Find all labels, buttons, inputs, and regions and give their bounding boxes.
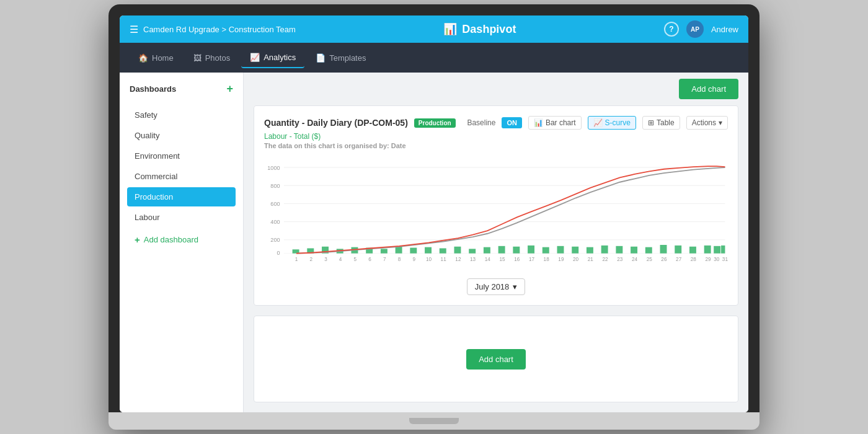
- svg-rect-70: [689, 247, 696, 254]
- svg-rect-52: [425, 247, 432, 254]
- sidebar-item-environment[interactable]: Environment: [127, 146, 236, 166]
- content-area: Add chart Quantity - Daily Diary (DP-COM…: [244, 73, 748, 412]
- svg-rect-59: [528, 246, 534, 254]
- svg-rect-73: [721, 246, 725, 254]
- svg-text:18: 18: [544, 257, 550, 262]
- svg-text:28: 28: [691, 257, 697, 262]
- svg-text:3: 3: [324, 257, 327, 262]
- photos-icon: 🖼: [193, 53, 202, 63]
- table-icon: ⊞: [648, 118, 654, 127]
- svg-text:600: 600: [270, 201, 280, 207]
- nav-label-home: Home: [152, 53, 174, 63]
- svg-text:19: 19: [558, 257, 564, 262]
- add-dashboard-label: Add dashboard: [144, 235, 198, 244]
- sidebar-item-production[interactable]: Production: [127, 187, 236, 206]
- svg-rect-50: [396, 247, 402, 254]
- svg-rect-62: [572, 247, 578, 254]
- svg-text:9: 9: [412, 257, 415, 262]
- baseline-toggle[interactable]: ON: [502, 117, 522, 128]
- hamburger-icon[interactable]: ☰: [130, 24, 138, 35]
- svg-text:1: 1: [295, 257, 298, 262]
- chart-title: Quantity - Daily Diary (DP-COM-05): [264, 118, 408, 128]
- svg-text:27: 27: [676, 257, 682, 262]
- production-badge: Production: [414, 118, 456, 128]
- s-curve-label: S-curve: [605, 118, 631, 127]
- table-label: Table: [657, 118, 675, 127]
- svg-text:29: 29: [706, 257, 712, 262]
- svg-rect-49: [381, 249, 388, 253]
- svg-text:31: 31: [722, 257, 728, 262]
- chart-svg: 1000 800 600 400 200 0: [264, 157, 728, 268]
- svg-rect-68: [660, 245, 667, 254]
- date-dropdown-chevron-icon: ▾: [513, 282, 517, 291]
- svg-text:5: 5: [354, 257, 357, 262]
- sidebar-item-quality[interactable]: Quality: [127, 126, 236, 145]
- date-dropdown[interactable]: July 2018 ▾: [467, 278, 526, 295]
- svg-text:400: 400: [270, 219, 280, 225]
- nav-item-analytics[interactable]: 📈 Analytics: [241, 48, 304, 68]
- svg-text:6: 6: [368, 257, 371, 262]
- actions-label: Actions: [692, 118, 716, 127]
- svg-text:22: 22: [602, 257, 608, 262]
- svg-text:14: 14: [485, 257, 491, 262]
- laptop-screen: ☰ Camden Rd Upgrade > Construction Team …: [120, 16, 748, 412]
- sidebar-header: Dashboards +: [127, 80, 236, 98]
- date-selector: July 2018 ▾: [264, 278, 728, 295]
- svg-rect-69: [675, 246, 681, 254]
- add-dashboard-icon[interactable]: +: [226, 82, 233, 95]
- svg-rect-60: [542, 247, 549, 254]
- svg-rect-65: [616, 246, 622, 254]
- top-bar: ☰ Camden Rd Upgrade > Construction Team …: [120, 16, 748, 43]
- laptop-base-notch: [409, 418, 459, 424]
- laptop-base: [108, 412, 760, 430]
- actions-button[interactable]: Actions ▾: [686, 116, 728, 130]
- svg-text:4: 4: [339, 257, 342, 262]
- dashpivot-logo-icon: 📊: [443, 22, 457, 36]
- help-icon[interactable]: ?: [664, 22, 679, 37]
- breadcrumb: Camden Rd Upgrade > Construction Team: [143, 25, 296, 34]
- add-chart-top-button[interactable]: Add chart: [679, 79, 738, 99]
- svg-text:20: 20: [573, 257, 579, 262]
- chart-title-row: Quantity - Daily Diary (DP-COM-05) Produ…: [264, 118, 456, 128]
- laptop-shell: ☰ Camden Rd Upgrade > Construction Team …: [108, 4, 760, 430]
- svg-text:7: 7: [383, 257, 386, 262]
- app-name: Dashpivot: [462, 23, 516, 36]
- bar-chart-button[interactable]: 📊 Bar chart: [528, 116, 582, 130]
- sidebar-item-commercial[interactable]: Commercial: [127, 167, 236, 186]
- svg-rect-55: [469, 249, 476, 253]
- table-button[interactable]: ⊞ Table: [642, 116, 680, 130]
- content-header: Add chart: [244, 73, 748, 105]
- svg-rect-63: [587, 247, 593, 254]
- svg-text:8: 8: [398, 257, 401, 262]
- svg-text:25: 25: [647, 257, 653, 262]
- baseline-label: Baseline: [467, 118, 495, 127]
- svg-text:13: 13: [470, 257, 476, 262]
- svg-text:16: 16: [514, 257, 520, 262]
- nav-item-home[interactable]: 🏠 Home: [130, 48, 182, 68]
- s-curve-button[interactable]: 📈 S-curve: [588, 116, 636, 130]
- nav-label-templates: Templates: [329, 53, 366, 63]
- svg-rect-61: [557, 246, 564, 254]
- add-chart-center-button[interactable]: Add chart: [466, 349, 526, 370]
- svg-rect-56: [484, 247, 490, 254]
- add-dashboard-button[interactable]: + Add dashboard: [127, 229, 236, 250]
- nav-bar: 🏠 Home 🖼 Photos 📈 Analytics 📄 Templates: [120, 43, 748, 73]
- nav-label-photos: Photos: [205, 53, 230, 63]
- svg-text:0: 0: [277, 250, 280, 256]
- top-bar-left: ☰ Camden Rd Upgrade > Construction Team: [130, 24, 296, 35]
- sidebar-item-labour[interactable]: Labour: [127, 208, 236, 227]
- svg-rect-53: [440, 248, 446, 253]
- nav-item-templates[interactable]: 📄 Templates: [307, 48, 374, 68]
- add-dashboard-plus-icon: +: [135, 234, 140, 245]
- user-name[interactable]: Andrew: [711, 25, 738, 34]
- sidebar-item-safety[interactable]: Safety: [127, 105, 236, 125]
- svg-rect-72: [714, 246, 720, 254]
- svg-rect-54: [454, 247, 461, 254]
- svg-text:1000: 1000: [267, 165, 280, 171]
- svg-text:15: 15: [499, 257, 505, 262]
- templates-icon: 📄: [316, 53, 326, 63]
- s-curve-icon: 📈: [593, 118, 603, 127]
- bar-chart-label: Bar chart: [546, 118, 576, 127]
- sidebar-title: Dashboards: [130, 84, 176, 94]
- nav-item-photos[interactable]: 🖼 Photos: [185, 48, 239, 68]
